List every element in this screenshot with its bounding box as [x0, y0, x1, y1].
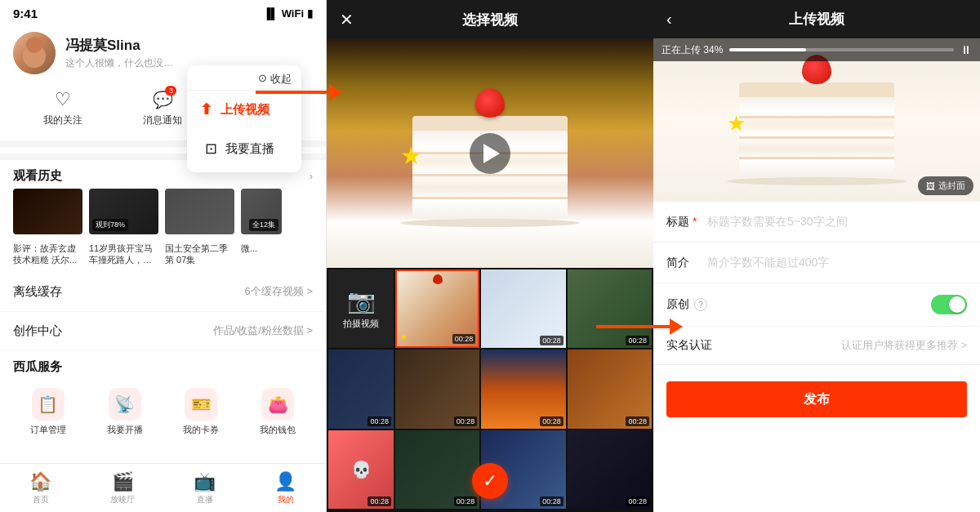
upload-cake-visual: ★ [702, 47, 931, 194]
play-button[interactable] [470, 133, 510, 174]
live-icon: ⊡ [205, 140, 217, 158]
publish-label: 发布 [804, 391, 830, 408]
mini-strawberry [433, 274, 443, 284]
arrow-head-1 [329, 84, 342, 100]
video-thumb-geo[interactable]: 00:28 [328, 349, 394, 428]
service-order[interactable]: 📋 订单管理 [13, 388, 83, 436]
confirm-selection-button[interactable]: ✓ [472, 463, 508, 499]
home-label: 首页 [33, 494, 49, 505]
thumb-duration-nature: 00:28 [626, 336, 649, 345]
thumb-duration-dark: 00:28 [626, 496, 649, 506]
progress-badge: 观到78% [92, 219, 128, 231]
heart-icon-wrap: ♡ [52, 89, 74, 110]
mini-star-icon: ★ [400, 332, 408, 341]
progress-track [729, 48, 954, 51]
upload-star-deco: ★ [727, 111, 746, 136]
history-title-3: 国土安全第二季第 07集 [165, 243, 234, 266]
home-icon: 🏠 [29, 471, 51, 492]
live-nav-label: 直播 [197, 494, 213, 505]
history-thumb-3[interactable] [165, 189, 234, 234]
card-label: 我的卡券 [183, 424, 219, 436]
upload-label: 上传视频 [220, 102, 270, 118]
arrow-panel2-to-panel3 [596, 318, 683, 335]
upload-preview: ★ 正在上传 34% ⏸ 🖼 选封面 [653, 38, 980, 202]
verify-row[interactable]: 实名认证 认证用户将获得更多推荐 > [653, 327, 980, 365]
video-thumb-forest[interactable]: 00:28 [395, 430, 479, 509]
progress-text: 正在上传 34% [662, 43, 723, 57]
profile-name: 冯提莫Slina [65, 36, 313, 55]
cinema-icon: 🎬 [112, 471, 134, 492]
desc-label: 简介 [666, 254, 699, 270]
original-label: 原创 [666, 297, 689, 312]
camera-label: 拍摄视频 [343, 318, 379, 330]
cinema-label: 放映厅 [110, 494, 135, 505]
video-thumb-food[interactable]: 00:28 [395, 349, 479, 428]
profile-panel: 9:41 ▐▌ WiFi ▮ 冯提莫Slina 这个人很懒，什么也没… ♡ [0, 0, 327, 512]
offline-label: 离线缓存 [13, 284, 62, 300]
video-thumb-snow[interactable]: 00:28 [481, 269, 565, 348]
title-label-text: 标题 [666, 215, 689, 228]
cover-select-button[interactable]: 🖼 选封面 [918, 176, 973, 195]
message-label: 消息通知 [143, 114, 182, 127]
nav-profile[interactable]: 👤 我的 [274, 471, 296, 505]
offline-cache-row[interactable]: 离线缓存 6个缓存视频 > [0, 273, 326, 312]
pause-button[interactable]: ⏸ [960, 43, 972, 56]
camera-shoot-button[interactable]: 📷 拍摄视频 [328, 269, 394, 348]
avatar[interactable] [13, 32, 56, 74]
upload-header: ‹ 上传视频 [653, 0, 980, 38]
cake-preview-bg: ★ [327, 39, 653, 268]
arrow-panel1-to-panel2 [256, 84, 342, 100]
original-question-icon[interactable]: ? [694, 298, 707, 311]
action-follow[interactable]: ♡ 我的关注 [43, 89, 82, 127]
video-thumb-skull[interactable]: 💀 00:28 [328, 430, 394, 509]
history-more[interactable]: › [310, 170, 313, 182]
video-thumb-cake[interactable]: ★ 00:28 [395, 269, 479, 348]
broadcast-label: 我要开播 [107, 424, 143, 436]
cover-icon: 🖼 [926, 181, 935, 191]
go-live-button[interactable]: ⊡ 我要直播 [192, 130, 296, 167]
close-button[interactable]: ✕ [340, 10, 354, 29]
original-toggle[interactable] [931, 295, 967, 314]
upload-title: 上传视频 [789, 10, 844, 29]
play-icon [483, 144, 500, 163]
nav-home[interactable]: 🏠 首页 [29, 471, 51, 505]
history-thumb-2[interactable]: 观到78% [89, 189, 158, 234]
video-thumb-nature[interactable]: 00:28 [568, 269, 652, 348]
title-input[interactable]: 标题字数需要在5~30字之间 [707, 213, 967, 230]
xigua-services: 西瓜服务 📋 订单管理 📡 我要开播 🎫 我的卡券 👛 我的钱包 [0, 351, 326, 444]
arrow-body-1 [256, 91, 329, 94]
upload-icon: ⬆ [200, 100, 212, 118]
order-label: 订单管理 [30, 424, 66, 436]
star-deco: ★ [400, 141, 422, 170]
publish-button[interactable]: 发布 [666, 381, 967, 417]
desc-input[interactable]: 简介字数不能超过400字 [707, 254, 967, 271]
title-row: 标题 * 标题字数需要在5~30字之间 [653, 202, 980, 243]
creative-center-row[interactable]: 创作中心 作品/收益/粉丝数据 > [0, 312, 326, 351]
history-title-1: 影评：故弄玄虚技术粗糙 沃尔... [13, 243, 82, 266]
action-message[interactable]: 💬 3 消息通知 [143, 89, 182, 127]
thumb-duration-cake: 00:28 [452, 334, 476, 344]
video-thumb-meat[interactable]: 00:28 [568, 349, 652, 428]
video-thumb-sunset[interactable]: 00:28 [481, 349, 565, 428]
service-wallet[interactable]: 👛 我的钱包 [243, 388, 313, 436]
battery-icon: ▮ [307, 7, 313, 20]
broadcast-icon: 📡 [109, 388, 141, 421]
history-thumb-1[interactable] [13, 189, 82, 234]
creative-value: 作品/收益/粉丝数据 > [213, 323, 313, 338]
select-header: ✕ 选择视频 [327, 0, 653, 39]
video-thumb-dark[interactable]: 00:28 [568, 430, 652, 509]
back-button[interactable]: ‹ [666, 10, 672, 29]
bottom-nav: 🏠 首页 🎬 放映厅 📺 直播 👤 我的 [0, 463, 326, 512]
required-star: * [693, 215, 697, 228]
history-thumb-4[interactable]: 全12集 [241, 189, 282, 234]
thumb-duration-snow: 00:28 [540, 336, 564, 345]
service-broadcast[interactable]: 📡 我要开播 [90, 388, 160, 436]
nav-live[interactable]: 📺 直播 [194, 471, 216, 505]
nav-cinema[interactable]: 🎬 放映厅 [110, 471, 135, 505]
thumb-duration-blue: 00:28 [540, 496, 564, 506]
thumb-duration-sunset: 00:28 [540, 416, 564, 426]
card-icon: 🎫 [185, 388, 217, 421]
service-card[interactable]: 🎫 我的卡券 [167, 388, 237, 436]
services-grid: 📋 订单管理 📡 我要开播 🎫 我的卡券 👛 我的钱包 [0, 380, 326, 444]
signal-icon: ▐▌ [263, 7, 278, 20]
